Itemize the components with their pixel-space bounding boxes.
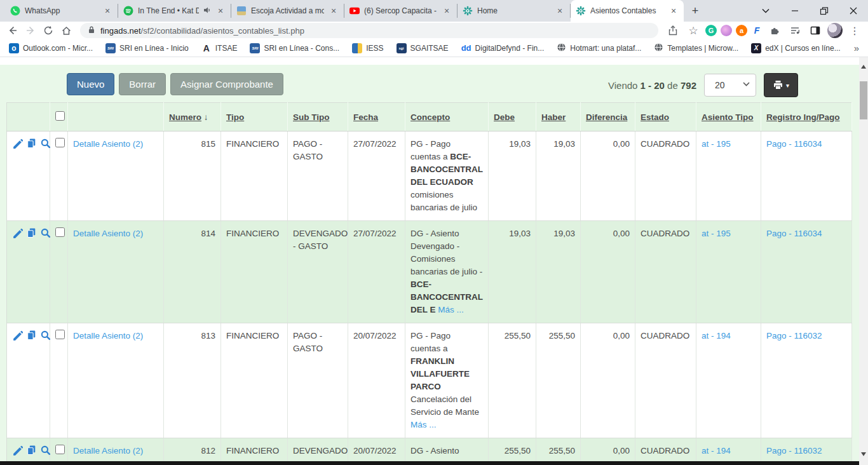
- bookmark-digitaldefynd[interactable]: dd DigitalDefynd - Fin...: [461, 43, 545, 53]
- row-checkbox[interactable]: [55, 330, 65, 339]
- bookmark-edx[interactable]: X edX | Cursos en líne...: [751, 43, 841, 53]
- print-button[interactable]: ▾: [764, 73, 798, 97]
- view-icon[interactable]: [40, 138, 51, 149]
- table-row: Detalle Asiento (2) 813 FINANCIERO PAGO …: [7, 323, 852, 438]
- tab-home[interactable]: Home ×: [458, 4, 571, 18]
- row-checkbox[interactable]: [55, 227, 65, 237]
- registro-link[interactable]: Pago - 116034: [766, 139, 822, 149]
- cell-concepto: PG - Pago cuentas a FRANKLIN VILLAFUERTE…: [405, 323, 489, 438]
- tab-search-icon[interactable]: [751, 0, 780, 22]
- asiento-tipo-link[interactable]: at - 195: [702, 229, 731, 238]
- bookmark-outlook[interactable]: o Outlook.com - Micr...: [9, 43, 93, 53]
- copy-icon[interactable]: [26, 445, 37, 455]
- chrome-menu-icon[interactable]: ⋮: [846, 23, 863, 38]
- edit-icon[interactable]: [12, 138, 23, 149]
- blue-f-extension-icon[interactable]: F: [751, 25, 763, 36]
- itsae-icon: A: [201, 43, 212, 53]
- cell-diferencia: 0,00: [581, 131, 635, 221]
- registro-link[interactable]: Pago - 116032: [766, 331, 822, 340]
- tab-whatsapp[interactable]: WhatsApp ×: [5, 4, 118, 18]
- header-haber: Haber: [536, 103, 581, 131]
- asiento-tipo-link[interactable]: at - 194: [702, 331, 731, 340]
- tab-escoja-actividad[interactable]: Escoja Actividad a mo ×: [231, 4, 344, 18]
- registro-link[interactable]: Pago - 116034: [766, 229, 822, 238]
- tab-audio-icon[interactable]: [203, 6, 211, 16]
- tab-close-icon[interactable]: ×: [555, 6, 565, 16]
- bookmark-hotmart[interactable]: Hotmart: una plataf...: [557, 43, 641, 54]
- asiento-tipo-link[interactable]: at - 194: [702, 446, 731, 455]
- tab-close-icon[interactable]: ×: [668, 6, 679, 16]
- pink-cloud-extension-icon[interactable]: [721, 25, 732, 36]
- bookmark-iess[interactable]: IESS: [352, 43, 383, 53]
- detail-link[interactable]: Detalle Asiento (2): [73, 229, 143, 238]
- bookmark-itsae[interactable]: A ITSAE: [201, 43, 238, 53]
- copy-icon[interactable]: [26, 138, 37, 149]
- tab-close-icon[interactable]: ×: [215, 6, 226, 16]
- tab-close-icon[interactable]: ×: [329, 6, 339, 16]
- tab-youtube[interactable]: (6) Sercop Capacita - Y ×: [344, 4, 458, 18]
- bookmark-star-icon[interactable]: ☆: [685, 23, 702, 38]
- bookmark-label: IESS: [366, 44, 383, 53]
- asiento-tipo-link[interactable]: at - 195: [702, 139, 731, 149]
- scroll-down-icon[interactable]: [861, 452, 866, 456]
- edit-icon[interactable]: [12, 227, 23, 238]
- tab-spotify[interactable]: In The End • Kat D ×: [118, 4, 231, 18]
- copy-icon[interactable]: [26, 227, 37, 238]
- share-icon[interactable]: [665, 23, 681, 38]
- asignar-comprobante-button[interactable]: Asignar Comprobante: [170, 73, 283, 95]
- side-panel-icon[interactable]: [807, 23, 824, 38]
- new-tab-button[interactable]: +: [686, 0, 704, 22]
- extensions-puzzle-icon[interactable]: [766, 23, 783, 38]
- back-icon[interactable]: [5, 23, 20, 38]
- page-size-select[interactable]: 20: [704, 74, 756, 97]
- bookmark-sri-consultas[interactable]: SRI SRI en Línea - Cons...: [250, 43, 339, 53]
- nuevo-button[interactable]: Nuevo: [67, 73, 114, 95]
- detail-link[interactable]: Detalle Asiento (2): [73, 446, 143, 455]
- bookmarks-overflow-icon[interactable]: »: [854, 43, 859, 53]
- tab-close-icon[interactable]: ×: [102, 6, 112, 16]
- scrollbar-thumb[interactable]: [860, 81, 867, 119]
- bookmark-templates[interactable]: Templates | Microw...: [654, 43, 738, 54]
- borrar-button[interactable]: Borrar: [119, 73, 166, 95]
- minimize-button[interactable]: [780, 0, 810, 22]
- more-link[interactable]: Más ...: [410, 420, 437, 429]
- profile-avatar[interactable]: [827, 23, 843, 38]
- bookmark-sri-inicio[interactable]: SRI SRI en Línea - Inicio: [105, 43, 189, 53]
- detail-link[interactable]: Detalle Asiento (2): [73, 139, 143, 149]
- media-queue-icon[interactable]: [787, 23, 803, 38]
- view-icon[interactable]: [40, 227, 51, 238]
- url-bar[interactable]: fingads.net/sf2/contabilidad/asientos_co…: [80, 23, 658, 38]
- detail-link[interactable]: Detalle Asiento (2): [73, 331, 143, 340]
- tab-asientos-contables[interactable]: Asientos Contables ×: [571, 0, 684, 22]
- bookmark-sgaitsae[interactable]: sgi SGAITSAE: [397, 43, 449, 53]
- close-window-button[interactable]: [839, 0, 868, 22]
- view-icon[interactable]: [40, 445, 51, 455]
- tab-close-icon[interactable]: ×: [442, 6, 452, 16]
- edit-icon[interactable]: [12, 330, 23, 340]
- forward-icon[interactable]: [23, 23, 38, 38]
- home-icon[interactable]: [58, 23, 74, 38]
- bookmark-label: Outlook.com - Micr...: [23, 44, 93, 53]
- sort-desc-icon[interactable]: ↓: [204, 112, 208, 122]
- copy-icon[interactable]: [26, 330, 37, 340]
- edit-icon[interactable]: [12, 445, 23, 455]
- more-link[interactable]: Más ...: [438, 305, 464, 314]
- select-all-checkbox[interactable]: [55, 111, 65, 121]
- restore-button[interactable]: [810, 0, 839, 22]
- row-checkbox[interactable]: [55, 138, 65, 147]
- cell-sub-tipo: PAGO - GASTO: [288, 131, 348, 221]
- registro-link[interactable]: Pago - 116032: [766, 446, 822, 455]
- scroll-up-icon[interactable]: [861, 65, 866, 69]
- row-checkbox[interactable]: [55, 445, 65, 454]
- address-toolbar: fingads.net/sf2/contabilidad/asientos_co…: [0, 22, 868, 39]
- page-scrollbar[interactable]: [859, 57, 868, 465]
- bookmark-label: edX | Cursos en líne...: [765, 44, 841, 53]
- reload-icon[interactable]: [41, 23, 56, 38]
- table-row: Detalle Asiento (2) 815 FINANCIERO PAGO …: [7, 131, 852, 221]
- cell-debe: 19,03: [489, 221, 536, 323]
- avast-extension-icon[interactable]: a: [736, 25, 747, 36]
- view-icon[interactable]: [40, 330, 51, 340]
- concepto-text: DG - Asiento: [410, 446, 459, 455]
- grammarly-extension-icon[interactable]: G: [705, 25, 717, 36]
- url-text: fingads.net/sf2/contabilidad/asientos_co…: [100, 26, 304, 36]
